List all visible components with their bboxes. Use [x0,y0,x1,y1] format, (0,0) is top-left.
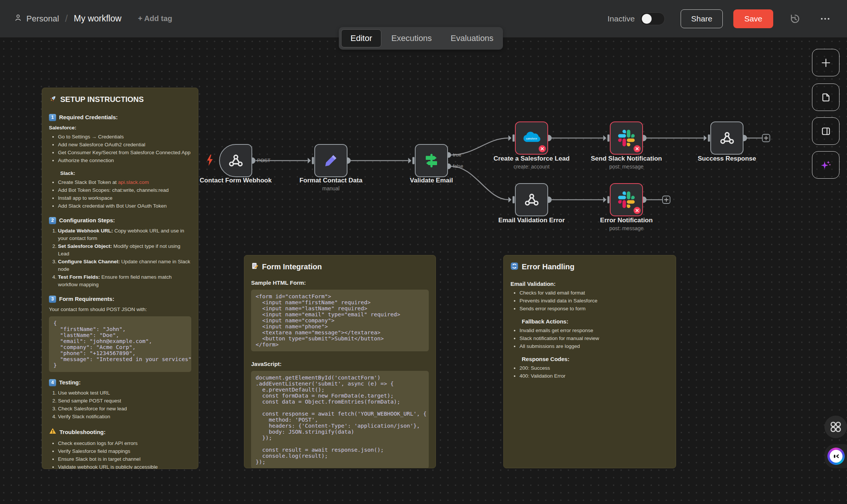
share-button[interactable]: Share [681,9,723,28]
webhook-response-icon [719,130,735,146]
save-button[interactable]: Save [733,9,773,28]
output-port-label-false: false [453,163,463,169]
note-file-icon [821,92,831,103]
breadcrumb-separator: / [65,13,68,24]
node-send-slack-notification[interactable] [610,121,643,155]
input-port[interactable] [513,135,515,142]
add-tag-button[interactable]: + Add tag [138,14,172,23]
x-icon [635,147,639,150]
apps-menu-button[interactable] [824,416,847,438]
if-signpost-icon [423,152,440,169]
node-format-contact-data[interactable] [314,144,347,177]
input-port[interactable] [708,135,710,142]
input-port[interactable] [608,135,610,142]
code-pencil-icon [323,153,338,168]
node-success-response[interactable] [710,121,743,155]
project-name: Personal [26,14,59,24]
node-error-notification[interactable] [610,183,643,216]
input-port[interactable] [413,157,415,164]
history-button[interactable] [787,11,803,27]
n8n-workflow-editor: Personal / My workflow + Add tag Inactiv… [0,0,847,504]
webhook-response-icon [524,192,539,208]
activation-toggle[interactable] [640,12,665,25]
add-sticky-note-button[interactable] [812,83,839,111]
bot-face-icon [830,450,842,463]
salesforce-icon: salesforce [521,130,542,146]
toggle-knob [642,14,652,24]
output-port-label-true: true [453,152,461,158]
input-port-arrow-icon [408,158,411,164]
x-icon [635,209,639,212]
project-breadcrumb[interactable]: Personal [14,13,59,24]
node-email-validation-error[interactable] [515,183,548,216]
input-port-arrow-icon [603,135,606,141]
node-label: Error Notification [562,217,690,224]
x-icon [541,147,544,150]
node-validate-email[interactable] [415,144,448,177]
error-badge [634,207,641,214]
view-tabs: Editor Executions Evaluations [339,27,503,50]
connections-layer [0,0,847,504]
trigger-lightning-icon [206,155,214,167]
slack-icon [618,130,635,146]
plus-icon [821,58,831,68]
add-node-button[interactable] [812,49,839,76]
slack-icon [618,191,635,208]
input-port-arrow-icon [603,197,606,203]
ellipsis-icon [820,13,831,24]
error-badge [539,145,546,152]
history-icon [789,13,801,25]
input-port[interactable] [312,157,314,164]
assistant-bot-button[interactable] [827,448,845,465]
node-create-salesforce-lead[interactable]: salesforce [515,121,548,155]
split-panel-icon [821,126,831,137]
toggle-panel-button[interactable] [812,117,839,145]
error-badge [634,145,641,152]
header-actions: Inactive Share Save [608,9,833,28]
output-port-label: POST [257,158,270,163]
ai-assistant-button[interactable] [812,151,839,179]
more-options-button[interactable] [817,11,833,27]
input-port-arrow-icon [509,135,512,141]
apps-grid-icon [830,421,842,433]
node-label: Success Response [663,155,791,162]
node-label: Validate Email [367,177,495,184]
person-icon [14,13,23,24]
node-sublabel: post: message [562,164,690,170]
node-contact-form-webhook[interactable] [219,144,252,177]
svg-text:salesforce: salesforce [526,137,537,140]
tab-evaluations[interactable]: Evaluations [442,29,503,47]
sparkles-icon [820,159,832,171]
input-port[interactable] [513,196,515,203]
input-port-arrow-icon [308,158,311,164]
input-port[interactable] [608,196,610,203]
input-port-arrow-icon [704,135,707,141]
node-sublabel: manual [267,185,395,191]
activation-status-label: Inactive [608,14,635,23]
node-sublabel: post: message [562,225,690,231]
tab-executions[interactable]: Executions [382,29,441,47]
breadcrumb: Personal / My workflow + Add tag [14,13,172,24]
workflow-title[interactable]: My workflow [74,14,122,24]
input-port-arrow-icon [509,197,512,203]
webhook-icon [228,153,244,169]
tab-editor[interactable]: Editor [341,29,381,47]
